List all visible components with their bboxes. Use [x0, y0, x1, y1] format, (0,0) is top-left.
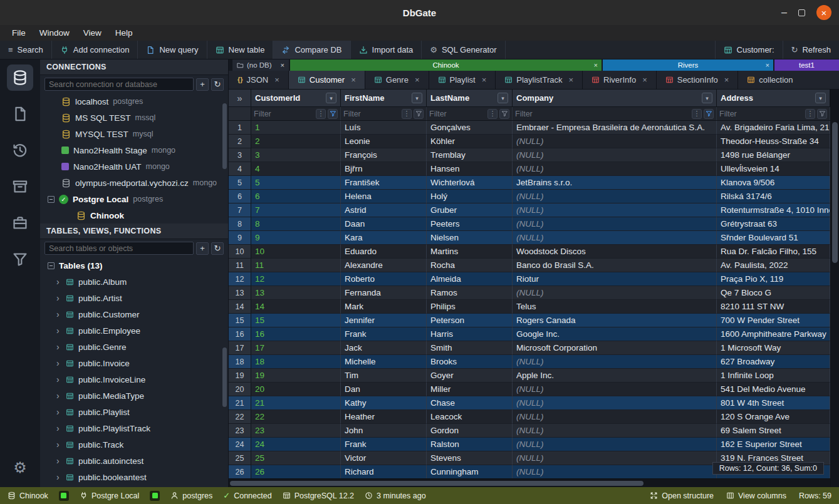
cell-lastname[interactable]: Gonçalves — [427, 121, 513, 135]
grid-row[interactable]: 1818MichelleBrooks(NULL)627 Broadway — [229, 355, 830, 369]
cell-firstname[interactable]: Dan — [341, 383, 427, 396]
column-menu-button[interactable]: ▾ — [412, 93, 422, 103]
row-number[interactable]: 18 — [229, 355, 251, 369]
search-connections-input[interactable] — [44, 78, 194, 91]
cell-customerid[interactable]: 6 — [251, 190, 341, 203]
cell-firstname[interactable]: Heather — [341, 410, 427, 424]
close-button[interactable]: × — [816, 5, 831, 20]
row-number[interactable]: 1 — [229, 121, 251, 135]
cell-address[interactable]: 801 W 4th Street — [717, 396, 830, 410]
cell-company[interactable]: (NULL) — [513, 410, 717, 424]
refresh-connections-button[interactable]: ↻ — [211, 78, 224, 91]
cell-company[interactable]: Microsoft Corporation — [513, 341, 717, 355]
column-menu-button[interactable]: ▾ — [498, 93, 508, 103]
column-menu-button[interactable]: ▾ — [702, 93, 712, 103]
cell-firstname[interactable]: Frank — [341, 438, 427, 451]
row-number[interactable]: 6 — [229, 190, 251, 203]
grid-row[interactable]: 1919TimGoyerApple Inc.1 Infinite Loop — [229, 369, 830, 383]
cell-company[interactable]: (NULL) — [513, 135, 717, 148]
cell-address[interactable]: Rilská 3174/6 — [717, 190, 830, 203]
cell-firstname[interactable]: John — [341, 424, 427, 438]
filter-funnel-button[interactable] — [704, 109, 714, 119]
sidebar-query-filter-button[interactable] — [7, 246, 33, 272]
tab-playlisttrack[interactable]: PlaylistTrack× — [496, 71, 583, 89]
cell-customerid[interactable]: 23 — [251, 424, 341, 438]
close-icon[interactable]: × — [569, 75, 574, 85]
db-group-rivers[interactable]: Rivers× — [603, 59, 773, 71]
horizontal-scrollbar[interactable] — [229, 478, 830, 487]
cell-firstname[interactable]: Roberto — [341, 272, 427, 286]
column-menu-button[interactable]: ▾ — [815, 93, 826, 103]
toolbar-add-connection-button[interactable]: Add connection — [52, 41, 138, 59]
grid-row[interactable]: 1111AlexandreRochaBanco do Brasil S.A.Av… — [229, 259, 830, 272]
cell-firstname[interactable]: Alexandre — [341, 259, 427, 272]
cell-customerid[interactable]: 26 — [251, 465, 341, 478]
cell-lastname[interactable]: Stevens — [427, 451, 513, 465]
cell-lastname[interactable]: Gordon — [427, 424, 513, 438]
cell-customerid[interactable]: 5 — [251, 176, 341, 190]
grid-row[interactable]: 11LuísGonçalvesEmbraer - Empresa Brasile… — [229, 121, 830, 135]
cell-address[interactable]: 700 W Pender Street — [717, 314, 830, 327]
cell-customerid[interactable]: 12 — [251, 272, 341, 286]
cell-company[interactable]: (NULL) — [513, 424, 717, 438]
tab-sectioninfo[interactable]: SectionInfo× — [657, 71, 739, 89]
column-header-lastname[interactable]: LastName▾ — [427, 90, 513, 106]
refresh-tables-button[interactable]: ↻ — [211, 242, 224, 255]
cell-customerid[interactable]: 15 — [251, 314, 341, 327]
cell-address[interactable]: Av. Brigadeiro Faria Lima, 2170 — [717, 121, 830, 135]
cell-customerid[interactable]: 4 — [251, 162, 341, 176]
grid-row[interactable]: 33FrançoisTremblay(NULL)1498 rue Bélange… — [229, 148, 830, 162]
cell-address[interactable]: 69 Salem Street — [717, 424, 830, 438]
cell-lastname[interactable]: Almeida — [427, 272, 513, 286]
cell-company[interactable]: (NULL) — [513, 438, 717, 451]
connections-scrollbar[interactable] — [222, 103, 227, 169]
connection-nano2health-stage[interactable]: Nano2Health Stagemongo — [40, 142, 228, 158]
db-group-chinook[interactable]: Chinook× — [290, 59, 602, 71]
expand-all-button[interactable]: » — [229, 90, 251, 106]
toolbar-new-table-button[interactable]: New table — [207, 41, 274, 59]
grid-row[interactable]: 2020DanMiller(NULL)541 Del Medio Avenue — [229, 383, 830, 396]
cell-address[interactable]: Praça Pio X, 119 — [717, 272, 830, 286]
sidebar-databases-button[interactable] — [7, 64, 33, 91]
cell-company[interactable]: Apple Inc. — [513, 369, 717, 383]
grid-row[interactable]: 2222HeatherLeacock(NULL)120 S Orange Ave — [229, 410, 830, 424]
toolbar-search-button[interactable]: ≡Search — [0, 41, 52, 59]
tab-collection[interactable]: collection — [738, 71, 839, 89]
menu-file[interactable]: File — [5, 28, 33, 38]
connection-localhost[interactable]: localhostpostgres — [40, 93, 228, 110]
cell-firstname[interactable]: Jack — [341, 341, 427, 355]
row-number[interactable]: 19 — [229, 369, 251, 383]
cell-company[interactable]: (NULL) — [513, 396, 717, 410]
cell-company[interactable]: JetBrains s.r.o. — [513, 176, 717, 190]
maximize-button[interactable] — [798, 9, 805, 16]
cell-lastname[interactable]: Ramos — [427, 286, 513, 300]
grid-row[interactable]: 55FrantišekWichterlováJetBrains s.r.o.Kl… — [229, 176, 830, 190]
cell-customerid[interactable]: 3 — [251, 148, 341, 162]
cell-firstname[interactable]: František — [341, 176, 427, 190]
grid-row[interactable]: 1212RobertoAlmeidaRioturPraça Pio X, 119 — [229, 272, 830, 286]
collapse-icon[interactable] — [48, 196, 55, 203]
horizontal-scroll-thumb[interactable] — [230, 481, 644, 486]
row-number[interactable]: 17 — [229, 341, 251, 355]
filter-funnel-button[interactable] — [499, 109, 509, 119]
cell-address[interactable]: 1 Infinite Loop — [717, 369, 830, 383]
cell-company[interactable]: (NULL) — [513, 231, 717, 245]
search-tables-input[interactable] — [44, 242, 194, 255]
cell-address[interactable]: Klanova 9/506 — [717, 176, 830, 190]
grid-row[interactable]: 2424FrankRalston(NULL)162 E Superior Str… — [229, 438, 830, 451]
cell-lastname[interactable]: Harris — [427, 327, 513, 341]
cell-firstname[interactable]: Tim — [341, 369, 427, 383]
cell-firstname[interactable]: Helena — [341, 190, 427, 203]
grid-row[interactable]: 44BjřrnHansen(NULL)Ullevĺlsveien 14 — [229, 162, 830, 176]
cell-address[interactable]: 1600 Amphitheatre Parkway — [717, 327, 830, 341]
close-icon[interactable]: × — [724, 75, 729, 85]
column-menu-button[interactable]: ▾ — [326, 93, 336, 103]
close-icon[interactable]: × — [642, 75, 647, 85]
connection-mysql-test[interactable]: MYSQL TESTmysql — [40, 126, 228, 142]
grid-row[interactable]: 88DaanPeeters(NULL)Grétrystraat 63 — [229, 217, 830, 231]
grid-row[interactable]: 2323JohnGordon(NULL)69 Salem Street — [229, 424, 830, 438]
sidebar-settings-button[interactable]: ⚙ — [7, 455, 33, 481]
cell-lastname[interactable]: Peeters — [427, 217, 513, 231]
cell-lastname[interactable]: Wichterlová — [427, 176, 513, 190]
row-number[interactable]: 14 — [229, 300, 251, 314]
